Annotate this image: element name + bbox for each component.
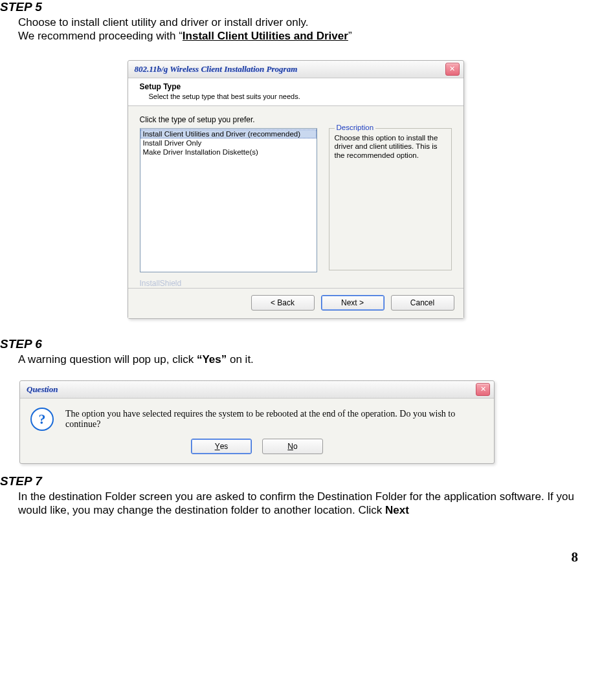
installshield-brand: InstallShield xyxy=(128,279,463,288)
setup-dialog: 802.11b/g Wireless Client Installation P… xyxy=(128,60,464,319)
close-icon[interactable]: ✕ xyxy=(445,63,460,76)
step7-pre: In the destination Folder screen you are… xyxy=(18,490,574,516)
question-dialog-title: Question xyxy=(27,384,476,395)
setup-header-sub: Select the setup type that best suits yo… xyxy=(149,93,452,100)
cancel-button[interactable]: Cancel xyxy=(391,295,454,311)
back-button[interactable]: < Back xyxy=(251,295,315,311)
question-dialog: Question ✕ ? The option you have selecte… xyxy=(19,380,495,464)
back-button-label: < Back xyxy=(271,298,295,307)
step5-line1: Choose to install client utility and dri… xyxy=(18,16,309,28)
setup-option-selected[interactable]: Install Client Utilities and Driver (rec… xyxy=(140,129,317,138)
yes-button[interactable]: Yes xyxy=(191,439,252,454)
description-text: Choose this option to install the driver… xyxy=(335,134,446,160)
setup-dialog-titlebar: 802.11b/g Wireless Client Installation P… xyxy=(128,61,463,78)
cancel-button-label: Cancel xyxy=(410,298,434,307)
step5-line2-pre: We recommend proceeding with “ xyxy=(18,30,183,42)
question-message: The option you have selected requires th… xyxy=(65,409,484,430)
description-legend: Description xyxy=(335,124,376,131)
page-number: 8 xyxy=(0,549,591,565)
yes-rest: es xyxy=(220,442,229,451)
no-underline: N xyxy=(287,442,293,451)
yes-underline: Y xyxy=(215,442,220,451)
step7-body: In the destination Folder screen you are… xyxy=(18,490,591,518)
step6-body: A warning question will pop up, click “Y… xyxy=(18,353,591,366)
question-dialog-titlebar: Question ✕ xyxy=(20,381,494,399)
step5-heading: STEP 5 xyxy=(0,0,591,14)
setup-instruction: Click the type of setup you prefer. xyxy=(140,115,452,124)
setup-options-listbox[interactable]: Install Client Utilities and Driver (rec… xyxy=(140,128,317,272)
no-button[interactable]: No xyxy=(262,439,323,454)
setup-dialog-header: Setup Type Select the setup type that be… xyxy=(128,78,463,106)
close-icon[interactable]: ✕ xyxy=(476,383,490,396)
setup-option[interactable]: Make Driver Installation Diskette(s) xyxy=(140,148,317,157)
step5-line2-post: ” xyxy=(348,30,352,42)
next-button-label: Next > xyxy=(341,298,364,307)
setup-dialog-title: 802.11b/g Wireless Client Installation P… xyxy=(135,64,445,74)
step6-bold: “Yes” xyxy=(197,353,227,366)
step6-pre: A warning question will pop up, click xyxy=(18,353,197,366)
next-button[interactable]: Next > xyxy=(321,295,385,311)
setup-button-row: < Back Next > Cancel xyxy=(128,288,463,318)
setup-header-title: Setup Type xyxy=(140,82,452,91)
step5-body: Choose to install client utility and dri… xyxy=(18,16,591,43)
no-rest: o xyxy=(293,442,298,451)
step7-heading: STEP 7 xyxy=(0,474,591,488)
step5-line2-bold: Install Client Utilities and Driver xyxy=(183,30,348,42)
step6-post: on it. xyxy=(227,353,254,366)
step6-heading: STEP 6 xyxy=(0,337,591,351)
question-icon: ? xyxy=(30,408,54,431)
setup-option[interactable]: Install Driver Only xyxy=(140,138,317,148)
description-group: Description Choose this option to instal… xyxy=(329,128,452,270)
step7-bold: Next xyxy=(385,504,409,516)
